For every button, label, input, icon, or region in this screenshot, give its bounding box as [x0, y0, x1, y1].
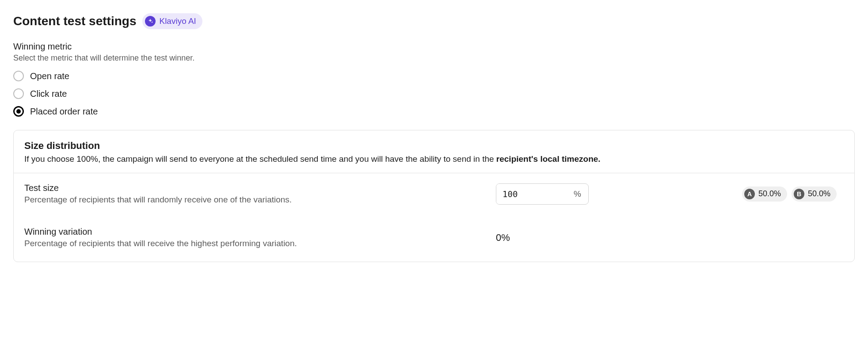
- variation-a-badge: A 50.0%: [742, 187, 787, 202]
- page-header: Content test settings Klaviyo AI: [13, 13, 855, 29]
- radio-icon: [13, 71, 24, 81]
- description-bold: recipient's local timezone.: [496, 154, 601, 164]
- variation-b-badge: B 50.0%: [792, 187, 837, 202]
- percent-suffix: %: [567, 189, 588, 199]
- test-size-subtext: Percentage of recipients that will rando…: [24, 195, 343, 205]
- radio-label: Click rate: [30, 89, 67, 99]
- size-distribution-panel: Size distribution If you choose 100%, th…: [13, 130, 855, 262]
- ai-badge[interactable]: Klaviyo AI: [142, 13, 202, 29]
- radio-icon: [13, 88, 24, 99]
- winning-variation-text: Winning variation Percentage of recipien…: [24, 227, 343, 248]
- size-distribution-title: Size distribution: [24, 140, 844, 152]
- winning-variation-subtext: Percentage of recipients that will recei…: [24, 239, 343, 248]
- size-distribution-body: Test size Percentage of recipients that …: [14, 173, 854, 262]
- winning-metric-radio-group: Open rate Click rate Placed order rate: [13, 71, 855, 117]
- variation-b-percent: 50.0%: [808, 189, 830, 198]
- winning-metric-section: Winning metric Select the metric that wi…: [13, 42, 855, 117]
- variation-badges: A 50.0% B 50.0%: [742, 187, 837, 202]
- size-distribution-header: Size distribution If you choose 100%, th…: [14, 130, 854, 173]
- page-title: Content test settings: [13, 14, 136, 28]
- winning-variation-value: 0%: [496, 232, 589, 244]
- description-text: If you choose 100%, the campaign will se…: [24, 154, 496, 164]
- radio-label: Open rate: [30, 71, 69, 81]
- test-size-title: Test size: [24, 183, 343, 193]
- winning-metric-subtext: Select the metric that will determine th…: [13, 53, 855, 63]
- test-size-text: Test size Percentage of recipients that …: [24, 183, 343, 205]
- radio-label: Placed order rate: [30, 107, 98, 117]
- winning-variation-row: Winning variation Percentage of recipien…: [24, 227, 844, 248]
- variation-b-letter: B: [794, 189, 804, 199]
- variation-a-letter: A: [744, 189, 755, 199]
- sparkle-icon: [145, 16, 156, 27]
- radio-open-rate[interactable]: Open rate: [13, 71, 855, 81]
- winning-metric-heading: Winning metric: [13, 42, 855, 52]
- radio-placed-order-rate[interactable]: Placed order rate: [13, 106, 855, 117]
- ai-badge-label: Klaviyo AI: [159, 16, 196, 26]
- radio-icon: [13, 106, 24, 117]
- test-size-input-wrap: %: [496, 183, 589, 205]
- test-size-input[interactable]: [496, 184, 567, 204]
- variation-a-percent: 50.0%: [758, 189, 781, 198]
- test-size-row: Test size Percentage of recipients that …: [24, 183, 844, 205]
- radio-click-rate[interactable]: Click rate: [13, 88, 855, 99]
- size-distribution-description: If you choose 100%, the campaign will se…: [24, 154, 844, 164]
- winning-variation-title: Winning variation: [24, 227, 343, 237]
